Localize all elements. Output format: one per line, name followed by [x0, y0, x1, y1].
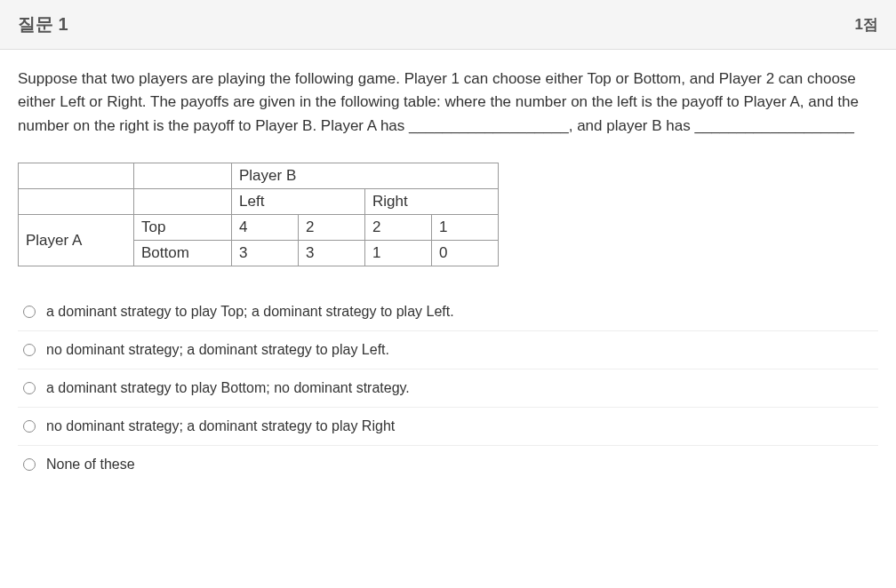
choice-label: a dominant strategy to play Bottom; no d…	[46, 380, 410, 396]
choice-2[interactable]: a dominant strategy to play Bottom; no d…	[18, 369, 878, 408]
radio-icon[interactable]	[23, 458, 36, 471]
choice-1[interactable]: no dominant strategy; a dominant strateg…	[18, 331, 878, 369]
cell-top-right-a: 2	[365, 215, 432, 241]
radio-icon[interactable]	[23, 344, 36, 356]
radio-icon[interactable]	[23, 420, 36, 433]
player-b-label: Player B	[232, 163, 499, 189]
radio-icon[interactable]	[23, 382, 36, 394]
choice-label: a dominant strategy to play Top; a domin…	[46, 304, 454, 320]
choice-3[interactable]: no dominant strategy; a dominant strateg…	[18, 408, 878, 446]
cell-bottom-left-a: 3	[232, 241, 299, 266]
choice-label: no dominant strategy; a dominant strateg…	[46, 418, 395, 434]
row-bottom-label: Bottom	[134, 241, 232, 266]
cell-bottom-right-b: 0	[432, 241, 499, 266]
cell-top-left-a: 4	[232, 215, 299, 241]
choice-label: None of these	[46, 457, 135, 473]
col-right-label: Right	[365, 189, 499, 215]
question-prompt: Suppose that two players are playing the…	[18, 68, 878, 138]
question-header: 질문 1 1점	[0, 0, 896, 50]
row-top-label: Top	[134, 215, 232, 241]
cell-bottom-left-b: 3	[299, 241, 365, 266]
question-body: Suppose that two players are playing the…	[0, 50, 896, 501]
payoff-table: Player B Left Right Player A Top 4 2 2 1…	[18, 163, 499, 266]
answer-choices: a dominant strategy to play Top; a domin…	[18, 293, 878, 483]
cell-top-left-b: 2	[299, 215, 365, 241]
player-a-label: Player A	[19, 215, 134, 266]
choice-4[interactable]: None of these	[18, 446, 878, 483]
question-title: 질문 1	[18, 12, 68, 36]
cell-bottom-right-a: 1	[365, 241, 432, 266]
choice-label: no dominant strategy; a dominant strateg…	[46, 342, 389, 358]
cell-top-right-b: 1	[432, 215, 499, 241]
radio-icon[interactable]	[23, 306, 36, 318]
choice-0[interactable]: a dominant strategy to play Top; a domin…	[18, 293, 878, 331]
col-left-label: Left	[232, 189, 365, 215]
question-points: 1점	[855, 14, 878, 35]
